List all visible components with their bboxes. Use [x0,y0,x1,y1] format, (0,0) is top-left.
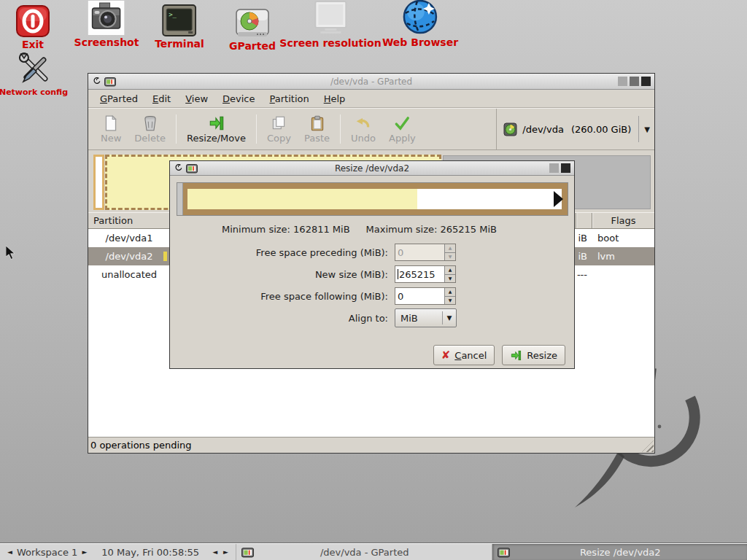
dialog-titlebar[interactable]: Resize /dev/vda2 [170,161,574,176]
toolbar-separator [340,114,341,144]
chevron-down-icon: ▼ [443,314,456,322]
desktop-icon-exit[interactable]: Exit [15,2,50,50]
resize-dialog: Resize /dev/vda2 Minimum [169,160,575,369]
gparted-task-icon [498,547,510,558]
clock: 10 May, Fri 00:58:55 [101,547,199,558]
main-window-titlebar[interactable]: /dev/vda - GParted [88,74,654,90]
spin-up-icon: ▲ [445,266,455,275]
desktop-icon-screenshot[interactable]: Screenshot [74,0,139,48]
monitor-icon [311,1,351,36]
taskbar: ◄ Workspace 1 ► 10 May, Fri 00:58:55 ◄ ►… [0,543,747,560]
terminal-icon: >_ [162,1,196,36]
filesystem-color-swatch [163,252,167,261]
desktop-icon-screen-resolution[interactable]: Screen resolution [279,1,381,49]
column-header-flags[interactable]: Flags [592,213,654,228]
maximize-button[interactable] [630,77,639,86]
mouse-cursor [6,246,16,260]
apply-check-icon [393,114,411,132]
menu-device[interactable]: Device [215,90,262,107]
undo-button[interactable]: Undo [344,112,382,146]
copy-button[interactable]: Copy [260,112,298,146]
desktop-icon-label: Screenshot [74,36,139,48]
right-resize-handle-arrow[interactable] [554,191,563,207]
desktop-icon-terminal[interactable]: >_ Terminal [155,1,204,50]
text-caret [398,269,398,279]
paste-button[interactable]: Paste [298,112,336,146]
desktop-icon-label: Terminal [155,38,204,50]
apply-button[interactable]: Apply [382,112,422,146]
free-space-preceding-input: 0 ▲▼ [395,244,456,261]
delete-button[interactable]: Delete [128,112,172,146]
close-button[interactable] [641,77,651,86]
gparted-disk-icon [236,4,269,39]
workspace-prev-icon[interactable]: ◄ [0,548,15,556]
desktop-icon-gparted[interactable]: GParted [229,4,276,52]
toolbar-separator [176,114,177,144]
menu-help[interactable]: Help [317,90,353,107]
align-to-dropdown[interactable]: MiB ▼ [395,308,457,327]
disk-icon [503,122,517,136]
minimize-button[interactable] [618,77,627,86]
spin-up-icon: ▲ [445,288,455,297]
menubar: GParted Edit View Device Partition Help [88,90,654,108]
free-space-following-input[interactable]: 0 ▲▼ [395,287,456,305]
svg-text:>_: >_ [169,11,177,18]
status-text: 0 operations pending [90,440,192,451]
free-space-following-row: Free space following (MiB): 0 ▲▼ [177,287,568,305]
spinner-buttons[interactable]: ▲▼ [444,288,455,304]
task-gparted-main[interactable]: /dev/vda - GParted [236,544,492,560]
close-button[interactable] [561,163,570,173]
desktop-icon-network-config[interactable]: Network config [0,51,68,97]
undo-icon [355,114,372,132]
gparted-window-icon [104,77,116,87]
menu-view[interactable]: View [178,90,215,107]
device-selector[interactable]: /dev/vda (260.00 GiB) ▼ [496,109,654,149]
minimize-button[interactable] [549,163,559,173]
used-space-bar [187,189,417,209]
main-window-title: /dev/vda - GParted [88,77,654,87]
resize-slider-widget[interactable] [177,182,568,216]
resize-move-button[interactable]: Resize/Move [180,112,252,146]
dialog-title: Resize /dev/vda2 [170,163,574,174]
workspace-next-icon[interactable]: ► [79,548,90,556]
task-next-icon[interactable]: ► [220,548,231,556]
task-list: /dev/vda - GParted Resize /dev/vda2 [236,544,747,560]
spinner-buttons[interactable]: ▲▼ [444,266,455,282]
gparted-window-icon [186,163,198,174]
spin-down-icon: ▼ [445,297,455,305]
menu-gparted[interactable]: GParted [93,90,145,107]
debian-swirl-icon [174,163,183,173]
globe-icon [401,0,439,35]
workspace-label[interactable]: Workspace 1 [15,547,79,558]
power-icon [15,2,50,37]
spin-down-icon: ▼ [445,253,455,261]
desktop-icon-label: Network config [0,88,68,97]
gparted-task-icon [241,547,254,558]
device-size: (260.00 GiB) [571,124,631,135]
partition-vda1-box[interactable] [93,155,104,210]
resize-button[interactable]: Resize [502,345,565,365]
resize-grip[interactable] [642,440,654,452]
free-space-preceding-label: Free space preceding (MiB): [177,247,388,258]
partition-size-bar [187,189,562,209]
menu-edit[interactable]: Edit [145,90,178,107]
menu-partition[interactable]: Partition [263,90,317,107]
new-size-input[interactable]: 265215 ▲▼ [395,265,456,283]
column-header-partition[interactable]: Partition [88,213,170,228]
new-button[interactable]: New [94,112,128,146]
task-scroll-arrows: ◄ ► [209,548,231,556]
task-prev-icon[interactable]: ◄ [209,548,220,556]
copy-icon [270,114,287,132]
desktop-icon-label: Screen resolution [279,37,381,49]
toolbar: New Delete Resize/Move [88,108,654,150]
camera-icon [88,0,125,35]
minimum-size-label: Minimum size: 162811 MiB [222,224,350,235]
trash-icon [142,114,159,132]
debian-swirl-icon [92,77,101,86]
task-resize-dialog[interactable]: Resize /dev/vda2 [492,544,747,560]
desktop-icon-web-browser[interactable]: Web Browser [382,0,458,48]
cancel-button[interactable]: ✘ Cancel [433,345,495,365]
chevron-down-icon[interactable]: ▼ [644,125,650,133]
left-resize-handle[interactable] [177,183,183,215]
free-space-preceding-row: Free space preceding (MiB): 0 ▲▼ [177,244,568,261]
